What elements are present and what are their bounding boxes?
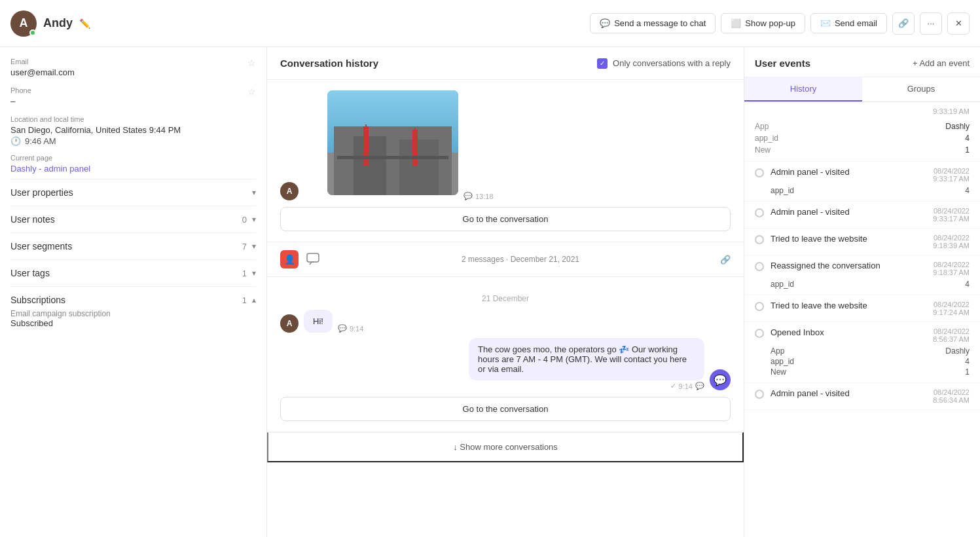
svg-rect-5 <box>363 126 369 166</box>
right-panel: User events + Add an event History Group… <box>744 47 980 537</box>
event-item-3: Admin panel - visited 08/24/2022 9:33:17… <box>744 202 980 229</box>
conv-meta-text: 2 messages · December 21, 2021 <box>462 255 579 264</box>
email-icon: ✉️ <box>820 18 831 28</box>
event-dot-4 <box>755 235 764 244</box>
check-icon: ✓ <box>670 382 676 390</box>
msg-sent-row: The cow goes moo, the operators go 💤 Our… <box>280 338 731 390</box>
email-value: user@email.com <box>10 67 247 77</box>
conversation-block-1: A <box>267 80 744 242</box>
online-indicator <box>29 29 36 36</box>
current-page-section: Current page Dashly - admin panel <box>10 154 256 174</box>
phone-row: Phone – ☆ <box>10 86 256 106</box>
header-actions: 💬 Send a message to chat ⬜ Show pop-up ✉… <box>590 12 970 35</box>
event-1-app-value: Dashly <box>945 122 970 131</box>
msg-row-hi: A Hi! 💬 9:14 <box>280 310 731 333</box>
user-properties-title: User properties <box>10 187 73 198</box>
msg-sent-time: ✓ 9:14 💬 <box>670 382 704 390</box>
msg-bubble-hi: Hi! <box>304 310 333 333</box>
filter-label: Only conversations with a reply <box>613 58 731 68</box>
user-properties-section[interactable]: User properties ▾ <box>10 179 256 206</box>
conversation-block-2: 21 December A Hi! 💬 9:14 The cow goes mo… <box>267 277 744 432</box>
user-events-title: User events <box>755 58 810 69</box>
tab-history[interactable]: History <box>744 77 862 102</box>
conv-history-title: Conversation history <box>280 58 378 69</box>
conv-meta-row: 👤 2 messages · December 21, 2021 🔗 <box>267 242 744 277</box>
add-event-button[interactable]: + Add an event <box>913 58 970 68</box>
popup-icon: ⬜ <box>731 18 741 28</box>
event-group-1: App Dashly app_id 4 New 1 <box>744 118 980 162</box>
svg-rect-7 <box>412 130 418 166</box>
show-more-conversations-button[interactable]: ↓ Show more conversations <box>267 432 744 462</box>
local-time: 9:46 AM <box>25 136 56 146</box>
subscriptions-section[interactable]: Subscriptions 1 ▴ Email campaign subscri… <box>10 286 256 336</box>
send-email-button[interactable]: ✉️ Send email <box>810 13 887 33</box>
event-item-4: Tried to leave the website 08/24/2022 9:… <box>744 229 980 255</box>
main-content: Email user@email.com ☆ Phone – ☆ Locatio… <box>0 47 980 537</box>
user-avatar-small: A <box>280 182 299 200</box>
speech-bubble-icon-2: 💬 <box>338 324 347 333</box>
user-notes-count: 0 <box>242 215 247 225</box>
current-page-label: Current page <box>10 154 256 162</box>
event-dot-7 <box>755 329 764 338</box>
event-4-name: Tried to leave the website <box>771 234 867 244</box>
user-tags-section[interactable]: User tags 1 ▾ <box>10 259 256 286</box>
email-label: Email <box>10 58 247 65</box>
bot-message-icon: 💬 <box>710 369 731 390</box>
event-1-app-label: App <box>755 122 769 131</box>
event-item-8: Admin panel - visited 08/24/2022 8:56:34… <box>744 383 980 410</box>
right-panel-header: User events + Add an event <box>744 47 980 77</box>
user-notes-section[interactable]: User notes 0 ▾ <box>10 206 256 232</box>
speech-bubble-icon-3: 💬 <box>695 382 704 390</box>
avatar: A <box>10 10 37 37</box>
msg-row-image: A <box>280 90 731 200</box>
event-7-date: 08/24/2022 8:56:37 AM <box>933 327 970 343</box>
event-item-5: Reassigned the conversation 08/24/2022 9… <box>744 255 980 295</box>
chevron-down-icon: ▾ <box>252 215 256 224</box>
location-section: Location and local time San Diego, Calif… <box>10 115 256 146</box>
go-to-conversation-button-2[interactable]: Go to the conversation <box>280 397 731 421</box>
conversation-header: Conversation history ✓ Only conversation… <box>267 47 744 80</box>
chevron-down-icon: ▾ <box>252 268 256 278</box>
edit-icon[interactable]: ✏️ <box>79 18 90 29</box>
tab-groups[interactable]: Groups <box>862 77 980 102</box>
user-avatar-small-2: A <box>280 314 299 333</box>
subscriptions-title: Subscriptions <box>10 295 65 305</box>
phone-value: – <box>10 96 247 106</box>
event-dot-5 <box>755 262 764 271</box>
chat-icon: 💬 <box>600 18 610 28</box>
event-4-date: 08/24/2022 9:18:39 AM <box>933 234 970 250</box>
subscriptions-count: 1 <box>242 295 247 305</box>
show-popup-button[interactable]: ⬜ Show pop-up <box>721 13 805 33</box>
link-icon[interactable]: 🔗 <box>720 255 731 265</box>
chat-bubble-icon <box>305 251 321 267</box>
subscription-status: Subscribed <box>10 318 256 328</box>
date-separator: 21 December <box>280 287 731 310</box>
event-8-date: 08/24/2022 8:56:34 AM <box>933 388 970 404</box>
link-button[interactable]: 🔗 <box>892 12 915 35</box>
current-page-value: Dashly - admin panel <box>10 164 256 174</box>
filter-checkbox[interactable]: ✓ <box>597 58 608 69</box>
user-segments-count: 7 <box>242 242 247 251</box>
subscription-type: Email campaign subscription <box>10 309 256 318</box>
event-timestamp-1: 9:33:19 AM <box>744 102 980 118</box>
event-3-date: 08/24/2022 9:33:17 AM <box>933 207 970 223</box>
go-to-conversation-button-1[interactable]: Go to the conversation <box>280 207 731 231</box>
event-dot-6 <box>755 302 764 311</box>
event-6-name: Tried to leave the website <box>771 301 867 310</box>
svg-rect-9 <box>337 156 448 159</box>
chevron-up-icon: ▴ <box>252 295 256 305</box>
phone-label: Phone <box>10 86 247 94</box>
phone-star-icon[interactable]: ☆ <box>247 86 256 97</box>
event-item-6: Tried to leave the website 08/24/2022 9:… <box>744 295 980 322</box>
left-sidebar: Email user@email.com ☆ Phone – ☆ Locatio… <box>0 47 267 537</box>
more-options-button[interactable]: ··· <box>920 12 942 35</box>
chevron-down-icon: ▾ <box>252 188 256 197</box>
svg-rect-10 <box>307 253 319 262</box>
close-button[interactable]: ✕ <box>947 12 970 35</box>
event-8-name: Admin panel - visited <box>771 388 850 398</box>
send-message-button[interactable]: 💬 Send a message to chat <box>590 13 716 33</box>
user-notes-title: User notes <box>10 214 55 225</box>
user-segments-section[interactable]: User segments 7 ▾ <box>10 232 256 259</box>
location-label: Location and local time <box>10 115 256 123</box>
email-star-icon[interactable]: ☆ <box>247 58 256 68</box>
